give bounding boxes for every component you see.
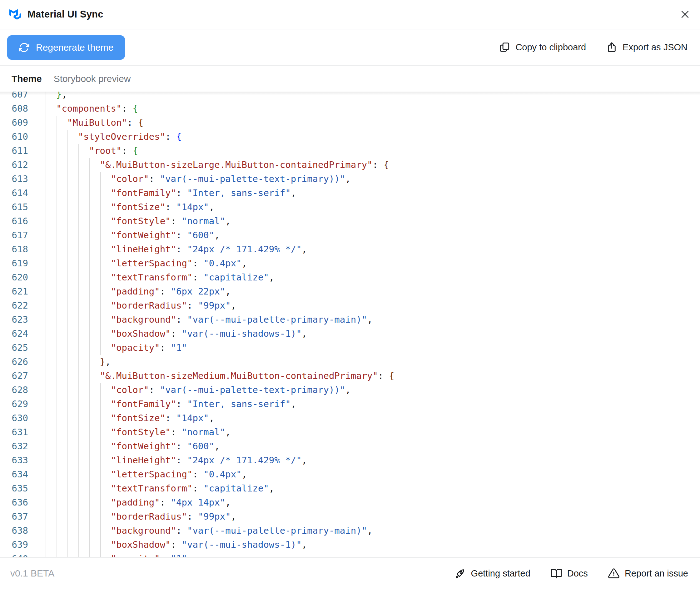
code-text: "borderRadius": "99px", bbox=[45, 299, 236, 313]
code-text: "textTransform": "capitalize", bbox=[45, 481, 274, 496]
tab-bar: Theme Storybook preview bbox=[0, 66, 700, 91]
code-line: 631 "fontStyle": "normal", bbox=[0, 425, 700, 439]
code-line: 616 "fontStyle": "normal", bbox=[0, 214, 700, 228]
code-line: 612 "&.MuiButton-sizeLarge.MuiButton-con… bbox=[0, 158, 700, 172]
version-badge: v0.1 BETA bbox=[10, 568, 54, 579]
line-number: 621 bbox=[0, 284, 28, 299]
docs-link[interactable]: Docs bbox=[551, 567, 588, 579]
code-text: "fontFamily": "Inter, sans-serif", bbox=[45, 397, 296, 411]
copy-icon bbox=[499, 42, 510, 53]
line-number: 620 bbox=[0, 270, 28, 284]
getting-started-link[interactable]: Getting started bbox=[454, 567, 531, 579]
code-text: "lineHeight": "24px /* 171.429% */", bbox=[45, 453, 307, 467]
book-icon bbox=[551, 567, 562, 579]
tab-theme[interactable]: Theme bbox=[12, 73, 42, 84]
code-text: "fontSize": "14px", bbox=[45, 200, 214, 214]
regenerate-theme-label: Regenerate theme bbox=[36, 42, 114, 53]
toolbar-actions: Copy to clipboard Export as JSON bbox=[499, 42, 688, 53]
line-number: 623 bbox=[0, 313, 28, 327]
code-line: 624 "boxShadow": "var(--mui-shadows-1)", bbox=[0, 327, 700, 341]
code-text: "fontStyle": "normal", bbox=[45, 425, 231, 439]
copy-to-clipboard-label: Copy to clipboard bbox=[515, 42, 586, 52]
code-line: 640 "opacity": "1" bbox=[0, 552, 700, 557]
code-text: }, bbox=[45, 91, 67, 102]
line-number: 610 bbox=[0, 130, 28, 144]
code-text: "boxShadow": "var(--mui-shadows-1)", bbox=[45, 538, 307, 552]
code-text: "styleOverrides": { bbox=[45, 130, 182, 144]
code-text: "padding": "6px 22px", bbox=[45, 284, 231, 299]
code-text: "fontWeight": "600", bbox=[45, 228, 220, 242]
toolbar: Regenerate theme Copy to clipboard Expor… bbox=[0, 29, 700, 66]
code-text: "borderRadius": "99px", bbox=[45, 510, 236, 524]
code-line: 629 "fontFamily": "Inter, sans-serif", bbox=[0, 397, 700, 411]
code-text: "color": "var(--mui-palette-text-primary… bbox=[45, 172, 351, 186]
mui-logo-icon bbox=[9, 9, 21, 20]
code-line: 636 "padding": "4px 14px", bbox=[0, 496, 700, 510]
code-line: 625 "opacity": "1" bbox=[0, 341, 700, 355]
code-line: 611 "root": { bbox=[0, 144, 700, 158]
code-text: "padding": "4px 14px", bbox=[45, 496, 231, 510]
warning-icon bbox=[608, 567, 620, 579]
code-line: 634 "letterSpacing": "0.4px", bbox=[0, 467, 700, 481]
close-button[interactable] bbox=[677, 6, 693, 22]
code-line: 608 "components": { bbox=[0, 102, 700, 116]
code-line: 617 "fontWeight": "600", bbox=[0, 228, 700, 242]
line-number: 634 bbox=[0, 467, 28, 481]
line-number: 636 bbox=[0, 496, 28, 510]
code-line: 615 "fontSize": "14px", bbox=[0, 200, 700, 214]
code-text: "background": "var(--mui-palette-primary… bbox=[45, 524, 373, 538]
regenerate-theme-button[interactable]: Regenerate theme bbox=[7, 35, 125, 60]
export-as-json-button[interactable]: Export as JSON bbox=[606, 42, 688, 53]
line-number: 624 bbox=[0, 327, 28, 341]
material-ui-sync-window: Material UI Sync Regenerate theme bbox=[0, 0, 700, 589]
line-number: 611 bbox=[0, 144, 28, 158]
code-line: 622 "borderRadius": "99px", bbox=[0, 299, 700, 313]
code-text: "fontSize": "14px", bbox=[45, 411, 214, 425]
code-line: 613 "color": "var(--mui-palette-text-pri… bbox=[0, 172, 700, 186]
line-number: 627 bbox=[0, 369, 28, 383]
report-an-issue-link[interactable]: Report an issue bbox=[608, 567, 688, 579]
line-number: 613 bbox=[0, 172, 28, 186]
code-text: "&.MuiButton-sizeLarge.MuiButton-contain… bbox=[45, 158, 389, 172]
code-text: "fontStyle": "normal", bbox=[45, 214, 231, 228]
code-line: 639 "boxShadow": "var(--mui-shadows-1)", bbox=[0, 538, 700, 552]
line-number: 608 bbox=[0, 102, 28, 116]
footer: v0.1 BETA Getting started Docs bbox=[0, 557, 700, 589]
code-line: 614 "fontFamily": "Inter, sans-serif", bbox=[0, 186, 700, 200]
code-line: 635 "textTransform": "capitalize", bbox=[0, 481, 700, 496]
line-number: 640 bbox=[0, 552, 28, 557]
line-number: 614 bbox=[0, 186, 28, 200]
theme-json-editor[interactable]: 607 },608 "components": {609 "MuiButton"… bbox=[0, 91, 700, 557]
line-number: 626 bbox=[0, 355, 28, 369]
line-number: 628 bbox=[0, 383, 28, 397]
code-line: 620 "textTransform": "capitalize", bbox=[0, 270, 700, 284]
header: Material UI Sync bbox=[0, 0, 700, 29]
docs-label: Docs bbox=[567, 568, 588, 579]
code-line: 628 "color": "var(--mui-palette-text-pri… bbox=[0, 383, 700, 397]
code-line: 621 "padding": "6px 22px", bbox=[0, 284, 700, 299]
copy-to-clipboard-button[interactable]: Copy to clipboard bbox=[499, 42, 586, 53]
line-number: 618 bbox=[0, 242, 28, 256]
code-line: 623 "background": "var(--mui-palette-pri… bbox=[0, 313, 700, 327]
line-number: 630 bbox=[0, 411, 28, 425]
line-number: 622 bbox=[0, 299, 28, 313]
code-text: "components": { bbox=[45, 102, 138, 116]
getting-started-label: Getting started bbox=[471, 568, 531, 579]
code-text: "letterSpacing": "0.4px", bbox=[45, 467, 247, 481]
code-text: "boxShadow": "var(--mui-shadows-1)", bbox=[45, 327, 307, 341]
code-line: 627 "&.MuiButton-sizeMedium.MuiButton-co… bbox=[0, 369, 700, 383]
line-number: 633 bbox=[0, 453, 28, 467]
line-number: 639 bbox=[0, 538, 28, 552]
export-icon bbox=[606, 42, 618, 53]
line-number: 609 bbox=[0, 116, 28, 130]
line-number: 615 bbox=[0, 200, 28, 214]
footer-links: Getting started Docs Report an issue bbox=[454, 567, 688, 579]
page-title: Material UI Sync bbox=[27, 9, 103, 20]
code-text: "fontFamily": "Inter, sans-serif", bbox=[45, 186, 296, 200]
line-number: 635 bbox=[0, 481, 28, 496]
code-text: "&.MuiButton-sizeMedium.MuiButton-contai… bbox=[45, 369, 394, 383]
code-text: "color": "var(--mui-palette-text-primary… bbox=[45, 383, 351, 397]
tab-storybook-preview[interactable]: Storybook preview bbox=[54, 73, 131, 84]
code-line: 637 "borderRadius": "99px", bbox=[0, 510, 700, 524]
code-content: 607 },608 "components": {609 "MuiButton"… bbox=[0, 91, 700, 557]
